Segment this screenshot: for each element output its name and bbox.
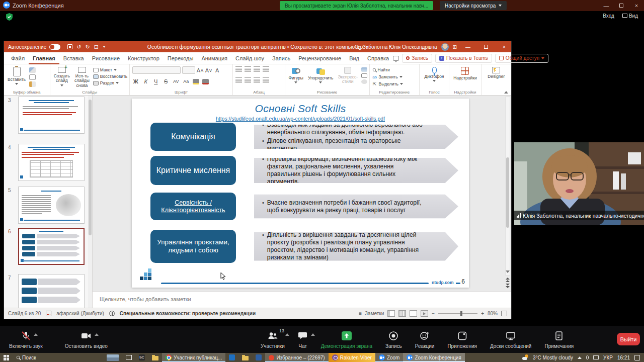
mic-options-chevron[interactable] [34, 333, 38, 336]
ribbon-options-icon[interactable]: ⊞ [453, 44, 457, 50]
reset-button[interactable]: Восстановить [93, 74, 127, 79]
tab-review[interactable]: Рецензирование [294, 52, 345, 64]
annotations-button[interactable]: Примечания [544, 330, 574, 349]
ppt-close-button[interactable]: × [497, 41, 511, 52]
font-size-combo[interactable] [182, 66, 195, 74]
scroll-down-icon[interactable] [505, 268, 510, 275]
addins-button[interactable]: Надстройки [452, 66, 478, 81]
teams-share-button[interactable]: TПоказать в Teams [435, 54, 492, 63]
whiteboards-button[interactable]: Доски сообщений [490, 330, 532, 349]
participants-chevron[interactable] [285, 333, 289, 336]
align-center-icon[interactable] [245, 77, 251, 83]
present-icon[interactable]: ⊡ [94, 44, 99, 50]
close-button[interactable]: × [629, 0, 644, 11]
record-button-zoom[interactable]: Запись [385, 330, 402, 349]
tab-home[interactable]: Главная [29, 52, 59, 64]
tab-view[interactable]: Вид [345, 52, 363, 64]
tab-animations[interactable]: Анимация [197, 52, 231, 64]
shape-effects-icon[interactable] [361, 79, 367, 84]
format-painter-icon[interactable] [29, 81, 36, 87]
slide-sorter-icon[interactable] [398, 310, 406, 317]
zoom-slider[interactable] [438, 313, 477, 314]
redo-icon[interactable]: ↻ [85, 44, 90, 50]
video-options-chevron[interactable] [95, 333, 99, 336]
record-button[interactable]: Запись [402, 54, 432, 63]
taskbar-search[interactable]: Поиск [13, 353, 73, 362]
cut-icon[interactable] [29, 67, 36, 73]
slideshow-icon[interactable] [421, 310, 428, 317]
start-button[interactable] [0, 353, 13, 362]
leave-button[interactable]: Выйти [617, 333, 640, 345]
pinned-app-blue2[interactable] [252, 353, 265, 362]
select-button[interactable]: ⇱Выделить [372, 81, 403, 86]
tray-network-icon[interactable] [593, 355, 599, 359]
new-slide-button[interactable]: Создать слайд [53, 66, 71, 87]
task-chrome[interactable]: Участник публикац... [162, 353, 225, 362]
tab-slideshow[interactable]: Слайд-шоу [231, 52, 268, 64]
notes-pane[interactable]: Щелкните, чтобы добавить заметки [93, 292, 511, 308]
collapse-ribbon-icon[interactable] [504, 91, 508, 94]
pinned-app-dark[interactable]: БС [135, 353, 148, 362]
layout-button[interactable]: Макет [93, 67, 127, 72]
share-button[interactable]: Общий доступ [495, 54, 548, 63]
stop-video-button[interactable]: Остановить видео [65, 330, 108, 349]
minimize-button[interactable]: — [599, 0, 614, 11]
chat-button[interactable]: Чат [298, 330, 308, 349]
tab-transitions[interactable]: Переходы [164, 52, 198, 64]
slide-canvas[interactable]: Основні Soft Skills https://studlifeod.o… [132, 99, 469, 288]
designer-button[interactable]: Designer [487, 66, 506, 79]
tab-insert[interactable]: Вставка [59, 52, 88, 64]
task-zoom-meeting[interactable]: Zoom Конференция [403, 353, 464, 362]
participants-button[interactable]: 13 Участники [261, 330, 285, 349]
quick-styles-button[interactable]: Экспресс-стили [337, 66, 359, 85]
tab-help[interactable]: Справка [363, 52, 393, 64]
quick-access-caret-icon[interactable] [103, 46, 106, 48]
shapes-button[interactable]: Фигуры [288, 66, 304, 84]
normal-view-icon[interactable] [387, 310, 395, 317]
shape-outline-icon[interactable] [361, 73, 367, 78]
slide-thumbnail-5[interactable] [18, 187, 85, 224]
change-case-button[interactable]: Aa [183, 79, 190, 84]
slide-thumbnail-3[interactable] [18, 97, 85, 134]
tab-design[interactable]: Конструктор [124, 52, 164, 64]
apps-button[interactable]: Приложения [447, 330, 477, 349]
accessibility-status[interactable]: Специальные возможности: проверьте реком… [120, 311, 256, 316]
task-viber[interactable]: Rakuten Viber [329, 353, 375, 362]
slide-link[interactable]: https://studlifeod.onaft.edu.ua/wp-conte… [132, 116, 469, 122]
action-center-icon[interactable] [634, 355, 640, 360]
share-screen-button[interactable]: Демонстрация экрана [321, 330, 372, 349]
autosave-toggle[interactable] [49, 44, 60, 50]
task-favorites[interactable]: Избранное – (22697) [265, 353, 328, 362]
file-explorer-button[interactable] [148, 353, 162, 362]
tab-file[interactable]: Файл [7, 52, 29, 64]
view-menu-button[interactable]: Вид [622, 13, 638, 19]
tray-mic-icon[interactable] [586, 355, 589, 359]
spellcheck-icon[interactable] [46, 311, 51, 316]
numbering-icon[interactable] [245, 66, 251, 72]
paste-button[interactable]: Вставить [7, 66, 27, 85]
next-slide-button[interactable] [506, 284, 510, 288]
align-right-icon[interactable] [254, 77, 260, 83]
strikethrough-button[interactable]: S [163, 78, 170, 84]
notes-toggle[interactable]: Заметки [365, 311, 384, 316]
comments-icon[interactable] [393, 56, 399, 61]
news-widget[interactable] [103, 353, 122, 362]
find-button[interactable]: Найти [372, 67, 403, 72]
task-view-button[interactable] [122, 353, 135, 362]
previous-slide-button[interactable] [506, 278, 510, 282]
arrange-button[interactable]: Упорядочить [307, 66, 335, 84]
unmute-button[interactable]: Включить звук [9, 330, 43, 349]
security-shield-icon[interactable] [6, 13, 13, 23]
ppt-minimize-button[interactable]: — [461, 41, 475, 52]
italic-button[interactable]: К [142, 78, 149, 84]
underline-button[interactable]: Ч [152, 78, 159, 84]
shape-fill-icon[interactable] [361, 67, 367, 72]
grow-font-icon[interactable]: A˄ [197, 67, 204, 73]
reuse-slides-button[interactable]: Исп-ть слайды снова [73, 66, 91, 88]
indent-decrease-icon[interactable] [254, 66, 260, 72]
weather-text[interactable]: 3°C Mostly cloudy [533, 355, 573, 360]
align-left-icon[interactable] [235, 77, 242, 83]
font-name-combo[interactable] [132, 66, 181, 74]
pinned-app-blue1[interactable] [225, 353, 238, 362]
font-color-icon[interactable] [202, 79, 209, 84]
